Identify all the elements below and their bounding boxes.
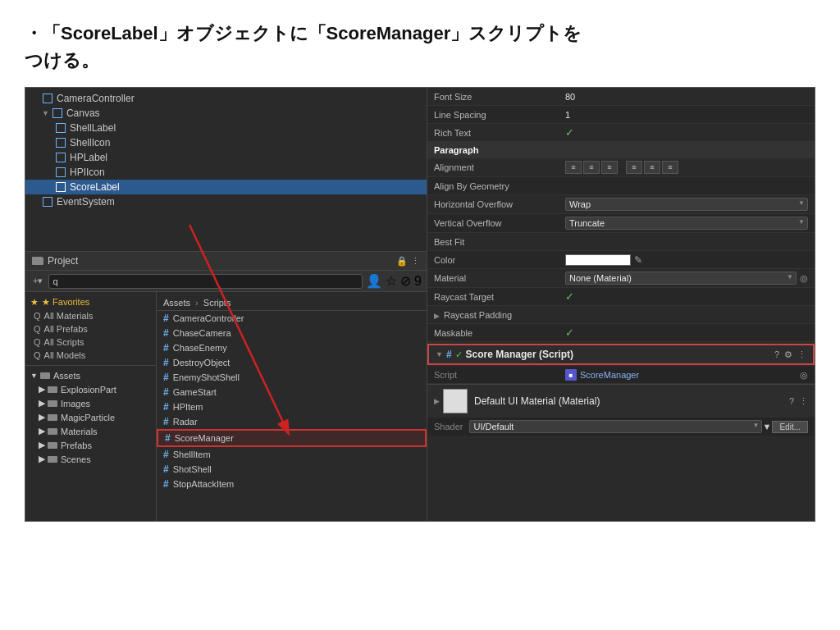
edit-button[interactable]: Edit... (772, 421, 808, 433)
more-icon-score[interactable]: ⋮ (797, 349, 806, 360)
page-wrapper: ・「ScoreLabel」オブジェクトに「ScoreManager」スクリプトを… (0, 0, 840, 522)
scenes-folder[interactable]: ▶ Scenes (25, 452, 156, 466)
alignment-label: Alignment (434, 162, 565, 172)
images-folder[interactable]: ▶ Images (25, 396, 156, 410)
target-icon-script[interactable]: ◎ (800, 370, 808, 381)
font-size-value[interactable]: 80 (565, 92, 808, 102)
project-actions: 🔒 ⋮ (396, 256, 420, 267)
material-dropdown[interactable]: None (Material) (565, 272, 797, 285)
hash-icon-shellitem: # (163, 449, 169, 460)
search-input[interactable] (48, 274, 363, 289)
assets-folder-root[interactable]: ▼ Assets (25, 369, 156, 382)
tree-all-materials[interactable]: QAll Materials (25, 309, 156, 322)
explosion-folder[interactable]: ▶ ExplosionPart (25, 382, 156, 396)
hierarchy-item-hplabel[interactable]: HPLabel (25, 150, 427, 165)
align-btn-6[interactable]: ≡ (662, 161, 678, 174)
align-btn-3[interactable]: ≡ (601, 161, 618, 174)
horiz-overflow-dropdown[interactable]: Wrap (565, 198, 808, 211)
cube-icon-shellicon (55, 137, 66, 148)
add-button[interactable]: +▾ (30, 275, 45, 287)
score-manager-header: ▼ # ✓ Score Manager (Script) ? ⚙ ⋮ (427, 344, 815, 365)
file-gamestart[interactable]: #GameStart (157, 385, 427, 399)
cube-icon-scorelabel (55, 181, 66, 193)
row-maskable: Maskable ✓ (427, 324, 815, 342)
eyedropper-icon[interactable]: ✎ (634, 254, 642, 266)
row-align-geometry: Align By Geometry (427, 177, 815, 195)
hash-icon-hpitem: # (163, 401, 169, 413)
folder-icon-assets (40, 372, 50, 379)
collapse-arrow-score[interactable]: ▼ (436, 350, 443, 358)
file-stopattackitem[interactable]: #StopAttackItem (157, 477, 427, 491)
material-swatch (443, 389, 468, 413)
folder-icon-exp: ▶ (39, 384, 45, 395)
hierarchy-item-shelllabel[interactable]: ShellLabel (25, 121, 427, 135)
hierarchy-item-scorelabel[interactable]: ScoreLabel (25, 180, 427, 194)
script-label: Script (434, 370, 565, 380)
file-enemyshotshell[interactable]: #EnemyShotShell (157, 370, 427, 385)
file-cameracontroller[interactable]: #CameraController (157, 311, 427, 326)
maskable-check[interactable]: ✓ (565, 326, 808, 339)
more-icon-mat[interactable]: ⋮ (799, 396, 808, 407)
inspector-panel: Font Size 80 Line Spacing 1 Rich Text ✓ … (427, 88, 815, 521)
align-btn-2[interactable]: ≡ (583, 161, 600, 174)
search-icon-pref: Q (34, 324, 41, 334)
raycast-padding-arrow: ▶ (434, 312, 440, 320)
prefabs-folder[interactable]: ▶ Prefabs (25, 438, 156, 452)
cube-icon-hplabel (55, 152, 66, 163)
project-content: ★ ★ Favorites QAll Materials QAll Prefab… (25, 292, 427, 521)
tree-all-prefabs[interactable]: QAll Prefabs (25, 322, 156, 336)
file-hpitem[interactable]: #HPItem (157, 399, 427, 414)
file-scoremanager[interactable]: #ScoreManager (157, 429, 427, 447)
file-shellitem[interactable]: #ShellItem (157, 447, 427, 462)
project-toolbar: +▾ 👤 ☆ ⊘ 9 (25, 271, 427, 292)
materials-folder[interactable]: ▶ Materials (25, 424, 156, 438)
search-icon-mat: Q (34, 311, 41, 321)
hierarchy-item-canvas[interactable]: ▼ Canvas (25, 106, 427, 121)
color-swatch[interactable] (565, 254, 631, 266)
file-destroyobject[interactable]: #DestroyObject (157, 355, 427, 370)
script-file-icon: ■ (565, 369, 577, 381)
expand-arrow-material[interactable]: ▶ (434, 397, 440, 405)
align-btn-1[interactable]: ≡ (565, 161, 582, 174)
file-chaseenemy[interactable]: #ChaseEnemy (157, 340, 427, 355)
file-shotshell[interactable]: #ShotShell (157, 462, 427, 477)
target-icon[interactable]: ◎ (800, 273, 808, 284)
file-chasecamera[interactable]: #ChaseCamera (157, 326, 427, 340)
rich-text-check[interactable]: ✓ (565, 126, 808, 139)
row-font-size: Font Size 80 (427, 88, 815, 106)
hash-icon-chase: # (163, 327, 169, 339)
align-btn-5[interactable]: ≡ (644, 161, 660, 174)
more-icon[interactable]: ⋮ (411, 256, 420, 267)
vert-overflow-label: Vertical Overflow (434, 218, 565, 228)
settings-icon-score[interactable]: ⚙ (784, 349, 792, 360)
hash-icon-enemy: # (163, 342, 169, 354)
magicparticle-folder[interactable]: ▶ MagicParticle (25, 410, 156, 424)
cube-icon-hpiicon (55, 167, 66, 178)
maskable-label: Maskable (434, 328, 565, 338)
tree-all-models[interactable]: QAll Models (25, 349, 156, 362)
row-vert-overflow: Vertical Overflow Truncate (427, 214, 815, 233)
hierarchy-item-hpiicon[interactable]: HPIIcon (25, 165, 427, 180)
left-panel: CameraController ▼ Canvas ShellLabel She… (25, 88, 427, 521)
hierarchy-item-shellicon[interactable]: ShellIcon (25, 135, 427, 150)
question-icon-score[interactable]: ? (774, 349, 779, 360)
check-icon-score[interactable]: ✓ (455, 349, 463, 360)
right-files: Assets › Scripts #CameraController #Chas… (157, 292, 427, 521)
align-btn-4[interactable]: ≡ (626, 161, 642, 174)
row-best-fit: Best Fit (427, 233, 815, 251)
line-spacing-value[interactable]: 1 (565, 110, 808, 120)
question-icon-mat[interactable]: ? (789, 396, 794, 407)
expand-arrow-canvas: ▼ (42, 109, 49, 117)
vert-overflow-dropdown[interactable]: Truncate (565, 217, 808, 230)
hierarchy-item-cameracontroller[interactable]: CameraController (25, 91, 427, 106)
hierarchy-panel: CameraController ▼ Canvas ShellLabel She… (25, 88, 427, 252)
hash-icon-camera: # (163, 313, 169, 324)
raycast-target-check[interactable]: ✓ (565, 290, 808, 303)
row-material: Material None (Material) ◎ (427, 269, 815, 288)
shader-value[interactable]: UI/Default (469, 420, 762, 433)
hierarchy-item-eventsystem[interactable]: EventSystem (25, 194, 427, 209)
file-radar[interactable]: #Radar (157, 414, 427, 429)
project-title: Project (32, 255, 78, 267)
cube-icon-canvas (52, 107, 63, 119)
tree-all-scripts[interactable]: QAll Scripts (25, 336, 156, 349)
